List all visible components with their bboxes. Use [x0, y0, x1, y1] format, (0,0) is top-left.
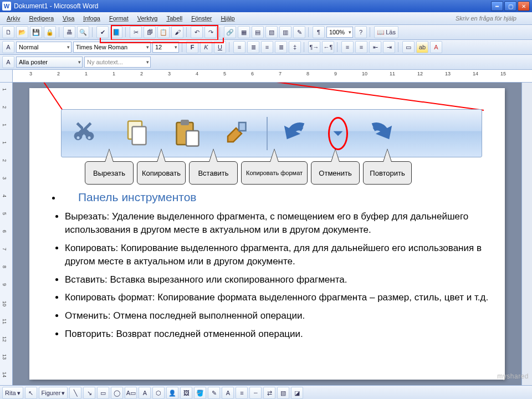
- styles-pane-button[interactable]: A: [2, 41, 14, 53]
- help-button[interactable]: ?: [355, 26, 367, 38]
- zoom-combo[interactable]: 100%: [326, 27, 353, 38]
- picture-button[interactable]: 🖼: [180, 387, 192, 399]
- format-painter-icon: [217, 114, 255, 153]
- drawing-button[interactable]: ✎: [293, 26, 305, 38]
- borders-button[interactable]: ▭: [402, 41, 415, 53]
- callout-format-painter: Копировать формат: [241, 161, 308, 185]
- align-center-button[interactable]: ≣: [247, 41, 259, 53]
- align-right-button[interactable]: ≡: [261, 41, 273, 53]
- print-button[interactable]: 🖶: [63, 26, 75, 38]
- arrow-button[interactable]: ↘: [83, 387, 95, 399]
- minimize-button[interactable]: ━: [491, 1, 503, 11]
- undo-button[interactable]: ↶: [191, 26, 203, 38]
- menu-hjalp[interactable]: Hjälp: [217, 14, 239, 23]
- insert-table-button[interactable]: ▤: [252, 26, 264, 38]
- arrow-style-button[interactable]: ⇄: [263, 387, 275, 399]
- close-button[interactable]: ✕: [518, 1, 530, 11]
- increase-indent-button[interactable]: ⇥: [383, 41, 395, 53]
- underline-button[interactable]: U: [214, 41, 226, 53]
- justify-button[interactable]: ≣: [275, 41, 287, 53]
- font-color-draw-button[interactable]: A: [222, 387, 234, 399]
- textbox-button[interactable]: A▭: [125, 387, 137, 399]
- titlebar: W Dokument1 - Microsoft Word ━ ▢ ✕: [0, 0, 532, 12]
- spelling-button[interactable]: ✔: [96, 26, 109, 38]
- document-map-button[interactable]: ¶: [313, 26, 325, 38]
- ruler-corner: [0, 70, 13, 82]
- wordart-shape-button[interactable]: A: [139, 387, 151, 399]
- italic-button[interactable]: K: [200, 41, 212, 53]
- permissions-button[interactable]: 🔒: [44, 26, 56, 38]
- rtl-button[interactable]: ←¶: [322, 41, 334, 53]
- horizontal-ruler[interactable]: 321123456789101112131415: [13, 70, 532, 82]
- alla-poster-combo[interactable]: Alla poster: [16, 57, 83, 68]
- fill-color-button[interactable]: 🪣: [194, 387, 206, 399]
- menu-redigera[interactable]: Redigera: [24, 14, 58, 23]
- bold-button[interactable]: F: [186, 41, 198, 53]
- print-preview-button[interactable]: 🔍: [77, 26, 89, 38]
- mailmerge-toolbar: A Alla poster Ny autotext...: [0, 55, 532, 70]
- separator-large: [267, 117, 268, 150]
- menu-infoga[interactable]: Infoga: [79, 14, 105, 23]
- rectangle-button[interactable]: ▭: [97, 387, 109, 399]
- menu-arkiv[interactable]: Arkiv: [2, 14, 24, 23]
- numbered-list-button[interactable]: ≡: [341, 41, 354, 53]
- save-button[interactable]: 💾: [30, 26, 42, 38]
- cut-button[interactable]: ✂: [130, 26, 142, 38]
- ny-autotext-combo[interactable]: Ny autotext...: [84, 57, 151, 68]
- menu-format[interactable]: Format: [105, 14, 133, 23]
- draw-menu-button[interactable]: Rita ▾: [2, 387, 23, 399]
- callout-cut: Вырезать: [85, 161, 134, 185]
- vertical-scrollbar[interactable]: [521, 83, 532, 385]
- description-item: Копировать формат: Копирование формата в…: [65, 291, 492, 304]
- vertical-ruler[interactable]: 1211234567891011121314: [0, 83, 13, 385]
- font-combo[interactable]: Times New Roman: [73, 42, 151, 53]
- copy-button[interactable]: 🗐: [144, 26, 156, 38]
- decrease-indent-button[interactable]: ⇤: [369, 41, 381, 53]
- shadow-button[interactable]: ▧: [277, 387, 289, 399]
- paste-button[interactable]: 📋: [157, 26, 170, 38]
- select-arrow-button[interactable]: ↖: [25, 387, 37, 399]
- formatting-toolbar: A Normal Times New Roman 12 F K U ≡ ≣ ≡ …: [0, 40, 532, 55]
- tables-borders-button[interactable]: ▦: [238, 26, 250, 38]
- redo-button[interactable]: ↷: [204, 26, 217, 38]
- new-doc-button[interactable]: 🗋: [2, 26, 14, 38]
- highlight-button[interactable]: ab: [416, 41, 428, 53]
- copy-icon: [117, 114, 156, 153]
- menu-fonster[interactable]: Fönster: [187, 14, 216, 23]
- separator: [186, 27, 188, 37]
- hyperlink-button[interactable]: 🔗: [224, 26, 236, 38]
- clipart-button[interactable]: 👤: [166, 387, 178, 399]
- maximize-button[interactable]: ▢: [504, 1, 516, 11]
- excel-button[interactable]: ▧: [265, 26, 278, 38]
- menu-verktyg[interactable]: Verktyg: [133, 14, 162, 23]
- align-left-button[interactable]: ≡: [233, 41, 245, 53]
- autoshapes-button[interactable]: Figurer ▾: [39, 387, 68, 399]
- menu-tabell[interactable]: Tabell: [162, 14, 187, 23]
- wordart-button[interactable]: A: [2, 56, 14, 68]
- columns-button[interactable]: ▥: [279, 26, 291, 38]
- format-painter-button[interactable]: 🖌: [171, 26, 183, 38]
- help-search-hint[interactable]: Skriv en fråga för hjälp: [456, 15, 530, 22]
- separator: [182, 42, 183, 52]
- menu-visa[interactable]: Visa: [58, 14, 79, 23]
- ltr-button[interactable]: ¶→: [308, 41, 320, 53]
- read-button[interactable]: 📖 Läs: [374, 26, 398, 38]
- font-size-combo[interactable]: 12: [152, 42, 179, 53]
- description-item: Копировать: Копирование выделенного фраг…: [65, 242, 492, 268]
- research-button[interactable]: 📘: [110, 26, 122, 38]
- open-button[interactable]: 📂: [16, 26, 28, 38]
- dash-style-button[interactable]: ┄: [249, 387, 262, 399]
- read-label: Läs: [386, 29, 396, 35]
- standard-toolbar: 🗋 📂 💾 🔒 🖶 🔍 ✔ 📘 ✂ 🗐 📋 🖌 ↶ ↷ 🔗 ▦ ▤ ▧ ▥ ✎ …: [0, 25, 532, 40]
- 3d-button[interactable]: ◪: [291, 387, 303, 399]
- line-button[interactable]: ╲: [69, 387, 81, 399]
- line-style-button[interactable]: ≡: [236, 387, 248, 399]
- style-combo[interactable]: Normal: [16, 42, 71, 53]
- line-color-button[interactable]: ✎: [208, 387, 220, 399]
- bullet-list-button[interactable]: ≡: [355, 41, 367, 53]
- line-spacing-button[interactable]: ‡: [289, 41, 301, 53]
- window-title: Dokument1 - Microsoft Word: [14, 2, 491, 10]
- diagram-button[interactable]: ⬡: [152, 387, 165, 399]
- font-color-button[interactable]: A: [430, 41, 442, 53]
- oval-button[interactable]: ◯: [111, 387, 123, 399]
